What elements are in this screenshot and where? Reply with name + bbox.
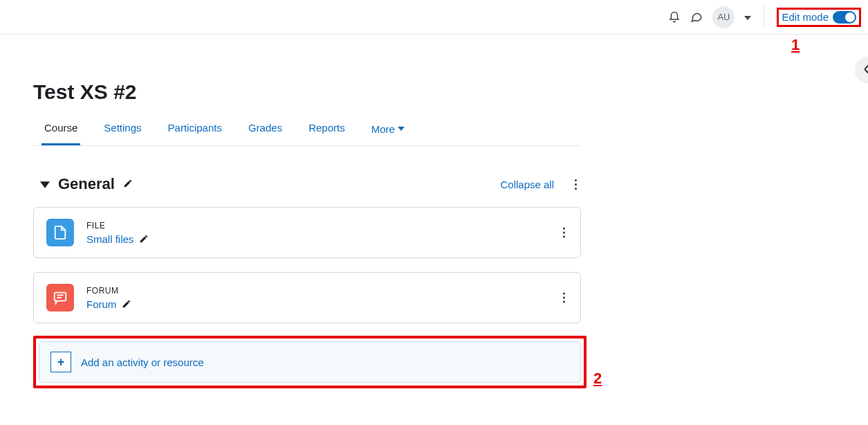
svg-rect-0 (55, 293, 66, 301)
main-content: Test XS #2 Course Settings Participants … (0, 35, 609, 388)
section-menu-icon[interactable] (575, 179, 577, 190)
section-header: General Collapse all (33, 175, 581, 193)
activity-name-link[interactable]: Forum (86, 298, 131, 310)
tab-settings[interactable]: Settings (101, 122, 144, 145)
tab-more[interactable]: More (369, 122, 407, 145)
edit-section-icon[interactable] (123, 179, 133, 190)
toggle-knob (845, 12, 855, 22)
user-menu-caret[interactable] (744, 12, 751, 22)
add-activity-label: Add an activity or resource (81, 356, 204, 368)
activity-info: FORUM Forum (86, 286, 131, 310)
tab-course[interactable]: Course (41, 122, 80, 145)
top-bar: AU Edit mode (0, 0, 868, 35)
section-title: General (58, 175, 115, 193)
activity-card-forum[interactable]: FORUM Forum (33, 272, 581, 323)
activity-info: FILE Small files (86, 221, 149, 245)
edit-mode-label: Edit mode (782, 11, 829, 23)
bell-icon[interactable] (668, 11, 681, 24)
tab-grades[interactable]: Grades (246, 122, 285, 145)
edit-activity-icon[interactable] (122, 299, 131, 309)
message-icon[interactable] (690, 11, 703, 24)
add-activity-button[interactable]: + Add an activity or resource (39, 341, 581, 383)
activity-type-label: FILE (86, 221, 149, 230)
divider (764, 6, 764, 29)
tab-more-label: More (371, 123, 395, 135)
annotation-1: 1 (791, 36, 800, 54)
annotation-2: 2 (593, 370, 602, 388)
activity-name-link[interactable]: Small files (86, 233, 149, 245)
tab-reports[interactable]: Reports (306, 122, 348, 145)
page-title: Test XS #2 (33, 80, 581, 104)
section-toggle-icon[interactable] (40, 179, 50, 190)
activity-card-file[interactable]: FILE Small files (33, 207, 581, 258)
edit-mode-control[interactable]: Edit mode (777, 8, 861, 27)
activity-menu-icon[interactable] (563, 228, 565, 238)
course-tabs: Course Settings Participants Grades Repo… (33, 122, 581, 146)
user-avatar[interactable]: AU (712, 6, 735, 28)
activity-menu-icon[interactable] (563, 293, 565, 303)
tab-participants[interactable]: Participants (165, 122, 225, 145)
edit-mode-toggle[interactable] (833, 11, 856, 24)
collapse-all-link[interactable]: Collapse all (500, 179, 554, 190)
plus-icon: + (50, 352, 71, 372)
activity-type-label: FORUM (86, 286, 131, 296)
file-icon (46, 219, 74, 246)
add-activity-highlight: + Add an activity or resource (33, 336, 587, 388)
edit-activity-icon[interactable] (139, 234, 149, 244)
drawer-toggle[interactable] (856, 57, 868, 82)
forum-icon (46, 284, 74, 311)
